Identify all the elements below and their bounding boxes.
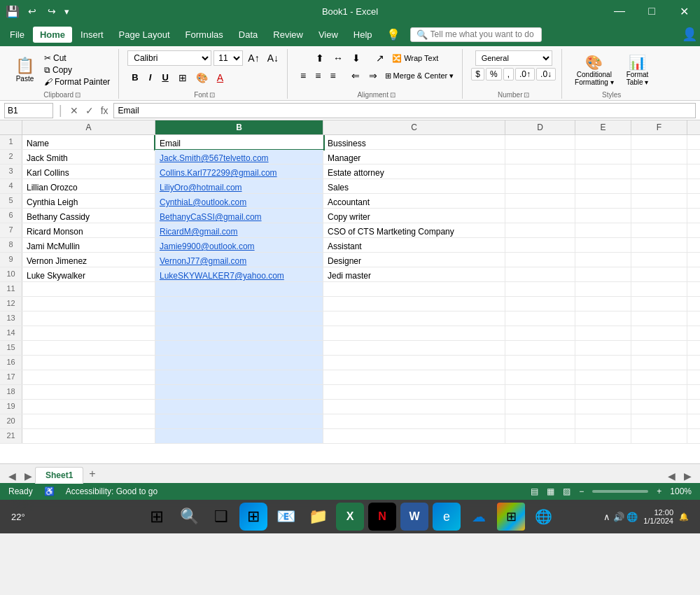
cell-g6[interactable] [687, 209, 700, 223]
formula-confirm-icon[interactable]: ✓ [83, 104, 96, 117]
cell-a18[interactable] [22, 385, 155, 399]
copy-btn[interactable]: ⧉ Copy [41, 64, 113, 76]
cell-d10[interactable] [505, 267, 575, 281]
cell-b1[interactable]: Email [155, 135, 323, 149]
row-header[interactable]: 1 [0, 135, 22, 149]
cell-a10[interactable]: Luke Skywalker [22, 267, 155, 281]
cell-g12[interactable] [687, 297, 700, 311]
clipboard-expand-icon[interactable]: ⊡ [75, 91, 80, 99]
indent-dec-btn[interactable]: ⇐ [347, 68, 364, 83]
cell-e11[interactable] [575, 282, 631, 296]
add-sheet-btn[interactable]: + [83, 465, 101, 483]
cell-b11[interactable] [155, 282, 323, 296]
cell-a21[interactable] [22, 429, 155, 443]
cell-b6[interactable]: BethanyCaSSI@gmail.com [155, 209, 323, 223]
inc-decimal-btn[interactable]: .0↑ [515, 68, 535, 80]
cell-f21[interactable] [631, 429, 687, 443]
format-table-btn[interactable]: 📊 FormatTable ▾ [622, 52, 653, 88]
cell-f6[interactable] [631, 209, 687, 223]
cell-g19[interactable] [687, 400, 700, 414]
cell-d7[interactable] [505, 223, 575, 237]
alignment-expand-icon[interactable]: ⊡ [390, 91, 396, 99]
cell-c10[interactable]: Jedi master [323, 267, 505, 281]
cell-e18[interactable] [575, 385, 631, 399]
cell-c11[interactable] [323, 282, 505, 296]
menu-insert[interactable]: Insert [74, 27, 111, 43]
cell-a11[interactable] [22, 282, 155, 296]
indent-inc-btn[interactable]: ⇒ [365, 68, 382, 83]
cell-g7[interactable] [687, 223, 700, 237]
cell-c3[interactable]: Estate attorney [323, 164, 505, 178]
cell-e16[interactable] [575, 356, 631, 370]
cell-d13[interactable] [505, 312, 575, 326]
row-header[interactable]: 16 [0, 356, 22, 370]
font-family-select[interactable]: Calibri [127, 50, 211, 66]
cell-d17[interactable] [505, 370, 575, 384]
number-format-select[interactable]: General [475, 50, 552, 66]
cell-c9[interactable]: Designer [323, 253, 505, 267]
cell-f13[interactable] [631, 312, 687, 326]
cut-btn[interactable]: ✂ Cut [41, 52, 113, 64]
cell-g9[interactable] [687, 253, 700, 267]
cell-b4[interactable]: LiliyOro@hotmail.com [155, 179, 323, 193]
col-header-a[interactable]: A [22, 120, 155, 134]
row-header[interactable]: 15 [0, 341, 22, 355]
tell-me-search[interactable]: 🔍 [410, 27, 542, 42]
cell-g3[interactable] [687, 164, 700, 178]
fill-color-btn[interactable]: 🎨 [192, 71, 211, 85]
cell-f10[interactable] [631, 267, 687, 281]
cell-a4[interactable]: Lillian Orozco [22, 179, 155, 193]
start-menu-btn[interactable]: ⊞ [143, 503, 171, 531]
merge-center-btn[interactable]: ⊞ Merge & Center ▾ [382, 68, 457, 83]
cell-d21[interactable] [505, 429, 575, 443]
minimize-btn[interactable]: — [603, 0, 636, 22]
cell-a2[interactable]: Jack Smith [22, 150, 155, 164]
cell-d6[interactable] [505, 209, 575, 223]
cell-reference-box[interactable]: B1 [4, 103, 53, 118]
scroll-right-btn[interactable]: ▶ [681, 469, 694, 483]
row-header[interactable]: 9 [0, 253, 22, 267]
align-bottom-btn[interactable]: ⬇ [348, 50, 365, 66]
quick-access-dots[interactable]: ▾ [64, 6, 69, 17]
cell-a19[interactable] [22, 400, 155, 414]
cell-c2[interactable]: Manager [323, 150, 505, 164]
cell-c20[interactable] [323, 414, 505, 428]
font-size-increase-btn[interactable]: A↑ [245, 51, 262, 65]
row-header[interactable]: 11 [0, 282, 22, 296]
cell-c4[interactable]: Sales [323, 179, 505, 193]
cell-a20[interactable] [22, 414, 155, 428]
cell-c14[interactable] [323, 326, 505, 340]
cell-f17[interactable] [631, 370, 687, 384]
cell-d9[interactable] [505, 253, 575, 267]
cell-c6[interactable]: Copy writer [323, 209, 505, 223]
cell-a14[interactable] [22, 326, 155, 340]
percent-btn[interactable]: % [486, 68, 502, 80]
cell-f20[interactable] [631, 414, 687, 428]
cell-b9[interactable]: VernonJ77@gmail.com [155, 253, 323, 267]
system-tray[interactable]: ∧ 🔊 🌐 [603, 512, 638, 522]
cell-f7[interactable] [631, 223, 687, 237]
scroll-left-btn[interactable]: ◀ [665, 469, 678, 483]
row-header[interactable]: 13 [0, 312, 22, 326]
menu-help[interactable]: Help [346, 27, 379, 43]
cell-b3[interactable]: Collins.Karl772299@gmail.com [155, 164, 323, 178]
formula-cancel-icon[interactable]: ✕ [68, 104, 80, 117]
zoom-minus-btn[interactable]: − [579, 486, 584, 496]
sheet-tab-sheet1[interactable]: Sheet1 [35, 467, 83, 484]
cell-e19[interactable] [575, 400, 631, 414]
cell-d11[interactable] [505, 282, 575, 296]
font-expand-icon[interactable]: ⊡ [209, 91, 215, 99]
cell-c21[interactable] [323, 429, 505, 443]
italic-btn[interactable]: I [145, 70, 156, 85]
cell-a16[interactable] [22, 356, 155, 370]
col-header-e[interactable]: E [575, 120, 631, 134]
browser-icon[interactable]: 🌐 [529, 503, 557, 531]
cell-d12[interactable] [505, 297, 575, 311]
cell-c8[interactable]: Assistant [323, 238, 505, 252]
cell-f5[interactable] [631, 194, 687, 208]
insert-function-icon[interactable]: fx [99, 104, 111, 117]
cell-d15[interactable] [505, 341, 575, 355]
row-header[interactable]: 19 [0, 400, 22, 414]
cell-e7[interactable] [575, 223, 631, 237]
cell-c7[interactable]: CSO of CTS Martketing Company [323, 223, 505, 237]
